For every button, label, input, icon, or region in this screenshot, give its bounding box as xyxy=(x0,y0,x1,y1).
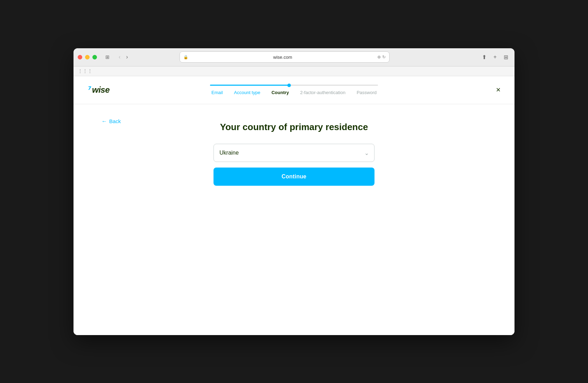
stepper-bar-dot xyxy=(287,84,291,87)
lock-icon: 🔒 xyxy=(183,55,188,59)
forward-nav-button[interactable]: › xyxy=(124,52,130,62)
address-bar[interactable]: 🔒 wise.com ⊕ ↻ xyxy=(180,51,390,63)
step-email[interactable]: Email xyxy=(206,90,229,95)
step-account-type[interactable]: Account type xyxy=(229,90,266,95)
form-container: Your country of primary residence Ukrain… xyxy=(214,118,374,186)
toolbar-right: ⬆ + ⊞ xyxy=(480,52,510,62)
reader-mode-icon: ⊕ xyxy=(377,55,381,59)
address-bar-actions: ⊕ ↻ xyxy=(377,55,386,59)
back-label: Back xyxy=(109,118,121,124)
country-select[interactable]: Ukraine United States United Kingdom Ger… xyxy=(214,144,374,162)
wise-header: ⁷ wise Email Account type Country 2-fact… xyxy=(74,76,514,104)
wise-logo-text: wise xyxy=(92,85,110,95)
country-select-wrapper: Ukraine United States United Kingdom Ger… xyxy=(214,144,374,162)
traffic-lights xyxy=(78,55,97,59)
url-text: wise.com xyxy=(190,55,375,60)
sidebar-toggle-icon[interactable]: ⊞ xyxy=(103,52,112,62)
back-nav-button[interactable]: ‹ xyxy=(117,52,122,62)
maximize-traffic-light[interactable] xyxy=(92,55,97,59)
nav-buttons: ‹ › xyxy=(117,52,130,62)
step-country[interactable]: Country xyxy=(266,90,295,95)
minimize-traffic-light[interactable] xyxy=(85,55,90,59)
extensions-bar: ⋮⋮⋮ xyxy=(74,66,514,76)
back-link[interactable]: ← Back xyxy=(102,118,121,125)
continue-button[interactable]: Continue xyxy=(214,168,374,186)
stepper-bar xyxy=(210,85,378,86)
back-arrow-icon: ← xyxy=(102,118,107,125)
tab-grid-button[interactable]: ⊞ xyxy=(502,52,510,62)
stepper-bar-fill xyxy=(210,85,289,86)
stepper: Email Account type Country 2-factor-auth… xyxy=(206,85,382,95)
browser-window: ⊞ ‹ › 🔒 wise.com ⊕ ↻ ⬆ + ⊞ ⋮⋮⋮ ⁷ xyxy=(74,48,514,335)
form-title: Your country of primary residence xyxy=(220,122,368,133)
refresh-icon[interactable]: ↻ xyxy=(382,55,386,59)
stepper-labels: Email Account type Country 2-factor-auth… xyxy=(206,90,382,95)
extensions-icon: ⋮⋮⋮ xyxy=(78,68,92,74)
wise-logo-icon: ⁷ xyxy=(87,85,92,94)
wise-logo: ⁷ wise xyxy=(88,85,110,95)
step-password[interactable]: Password xyxy=(351,90,382,95)
share-button[interactable]: ⬆ xyxy=(480,52,489,62)
title-bar: ⊞ ‹ › 🔒 wise.com ⊕ ↻ ⬆ + ⊞ xyxy=(74,48,514,66)
new-tab-button[interactable]: + xyxy=(491,52,499,62)
page-content: ⁷ wise Email Account type Country 2-fact… xyxy=(74,76,514,335)
step-2fa[interactable]: 2-factor-authentication xyxy=(295,90,351,95)
main-area: ← Back Your country of primary residence… xyxy=(74,104,514,335)
close-traffic-light[interactable] xyxy=(78,55,82,59)
close-button[interactable]: × xyxy=(496,86,500,94)
